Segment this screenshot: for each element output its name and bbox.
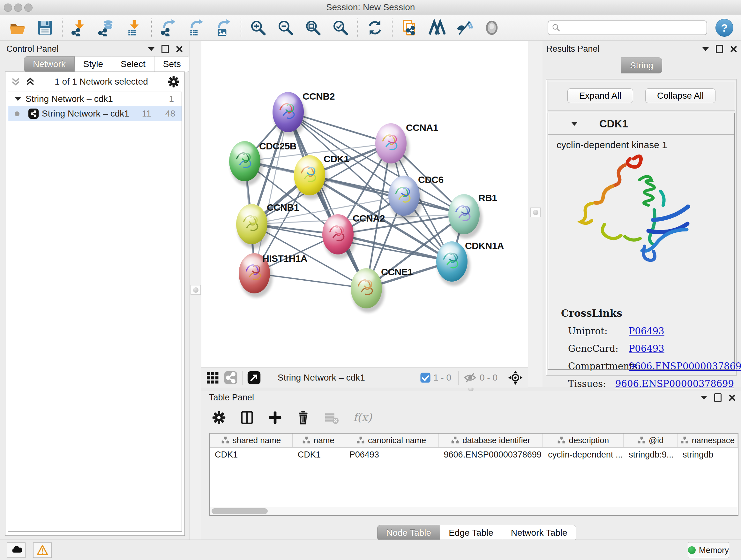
birdseye-crosshair-icon[interactable]	[508, 370, 523, 385]
tab-edge-table[interactable]: Edge Table	[440, 525, 502, 541]
export-network-icon[interactable]	[159, 18, 179, 38]
selected-checkbox-icon[interactable]	[420, 372, 431, 383]
new-network-from-selection-icon[interactable]	[400, 18, 419, 38]
crosslink-link[interactable]: 9606.ENSP00000378699	[615, 378, 734, 389]
panel-close-icon[interactable]	[730, 46, 737, 53]
export-table-icon[interactable]	[186, 18, 206, 38]
left-splitter-handle[interactable]	[191, 285, 201, 295]
string-style-icon[interactable]	[224, 371, 238, 385]
tab-style[interactable]: Style	[75, 56, 112, 72]
add-column-icon[interactable]	[267, 410, 283, 426]
export-image-icon[interactable]	[214, 18, 233, 38]
network-options-gear-icon[interactable]	[166, 75, 181, 89]
node-CDC25B[interactable]: CDC25B	[229, 141, 296, 186]
right-splitter[interactable]	[528, 41, 542, 387]
left-splitter[interactable]	[189, 41, 202, 540]
edge-CCNB2-HIST1H1A	[254, 112, 288, 273]
search-input[interactable]	[561, 23, 703, 33]
cell-database-identifier[interactable]: 9606.ENSP00000378699	[439, 450, 543, 460]
panel-float-icon[interactable]	[161, 45, 169, 53]
node-details-header[interactable]: CDK1	[548, 113, 734, 135]
cell-id[interactable]: stringdb:9...	[623, 450, 677, 460]
node-CDKN1A[interactable]: CDKN1A	[436, 240, 504, 286]
network-collection-row[interactable]: String Network – cdk1 1	[8, 92, 182, 106]
node-CCNB1[interactable]: CCNB1	[236, 202, 299, 248]
column-header-shared-name[interactable]: shared name	[210, 434, 293, 447]
column-header-canonical-name[interactable]: canonical name	[344, 434, 439, 447]
apply-function-icon[interactable]: f(x)	[351, 410, 376, 426]
delete-column-trash-icon[interactable]	[295, 410, 311, 426]
crosslink-link[interactable]: P06493	[629, 343, 664, 354]
column-header-namespace[interactable]: namespace	[677, 434, 738, 447]
collection-caret-icon[interactable]	[15, 97, 21, 101]
expand-all-button[interactable]: Expand All	[567, 88, 633, 103]
panel-float-icon[interactable]	[716, 45, 723, 53]
delete-table-icon[interactable]	[323, 410, 339, 426]
panel-menu-caret-icon[interactable]	[702, 47, 709, 51]
collapse-all-button[interactable]: Collapse All	[645, 88, 716, 103]
column-header-id[interactable]: @id	[623, 434, 677, 447]
node-table[interactable]: shared name name canonical name database…	[209, 433, 738, 516]
collapse-entry-caret-icon[interactable]	[571, 122, 578, 126]
table-settings-gear-icon[interactable]	[211, 410, 227, 426]
crosslink-link[interactable]: P06493	[629, 326, 664, 336]
cloud-icon[interactable]	[7, 543, 25, 558]
cell-description[interactable]: cyclin-dependent ...	[543, 450, 623, 460]
search-box[interactable]	[548, 20, 707, 35]
tab-sets[interactable]: Sets	[154, 56, 190, 72]
node-CDK1[interactable]: CDK1	[294, 153, 349, 199]
right-splitter-handle[interactable]	[530, 207, 541, 217]
tab-network-table[interactable]: Network Table	[502, 525, 576, 541]
import-table-from-file-icon[interactable]	[125, 18, 144, 38]
help-button[interactable]: ?	[716, 19, 733, 37]
network-view-canvas[interactable]: CCNB2 CCNA1 CDC25B CDK1 CDC6 RB1 CCNB1 C…	[201, 41, 528, 367]
scrollbar-thumb[interactable]	[212, 508, 268, 514]
graphics-detail-icon[interactable]	[427, 18, 447, 38]
import-network-from-file-icon[interactable]	[70, 18, 89, 38]
panel-menu-caret-icon[interactable]	[148, 47, 154, 51]
open-in-browser-icon[interactable]	[247, 371, 261, 385]
node-CCNE1[interactable]: CCNE1	[351, 266, 413, 313]
zoom-selected-icon[interactable]	[331, 18, 350, 38]
cell-name[interactable]: CDK1	[293, 450, 344, 460]
hide-graphics-details-icon[interactable]	[455, 18, 474, 38]
tab-select[interactable]: Select	[112, 56, 154, 72]
grid-view-icon[interactable]	[206, 371, 219, 384]
birdseye-view-icon[interactable]	[482, 18, 502, 38]
panel-menu-caret-icon[interactable]	[701, 396, 707, 400]
node-RB1[interactable]: RB1	[448, 192, 497, 239]
zoom-fit-icon[interactable]	[303, 18, 323, 38]
results-panel: Results Panel String Expand All Collapse…	[542, 41, 741, 387]
crosslink-link[interactable]: 9606.ENSP00000378699	[629, 361, 741, 372]
refresh-view-icon[interactable]	[365, 18, 385, 38]
save-session-icon[interactable]	[35, 18, 55, 38]
expand-all-networks-icon[interactable]	[24, 76, 36, 87]
table-horizontal-scrollbar[interactable]	[210, 507, 738, 515]
column-header-description[interactable]: description	[543, 434, 623, 447]
table-row[interactable]: CDK1CDK1P064939606.ENSP00000378699cyclin…	[210, 448, 738, 462]
import-network-from-database-icon[interactable]	[97, 18, 117, 38]
cell-canonical-name[interactable]: P06493	[344, 450, 439, 460]
node-CCNB2[interactable]: CCNB2	[273, 91, 335, 136]
zoom-in-icon[interactable]	[248, 18, 268, 38]
tab-network[interactable]: Network	[24, 56, 75, 72]
warnings-icon[interactable]	[33, 543, 52, 558]
network-row[interactable]: String Network – cdk1 11 48	[8, 106, 182, 121]
panel-float-icon[interactable]	[714, 393, 722, 402]
open-session-icon[interactable]	[8, 18, 27, 38]
tab-node-table[interactable]: Node Table	[377, 525, 440, 541]
tab-string[interactable]: String	[621, 57, 662, 73]
zoom-out-icon[interactable]	[276, 18, 295, 38]
cell-namespace[interactable]: stringdb	[677, 450, 738, 460]
panel-close-icon[interactable]	[176, 46, 183, 53]
panel-close-icon[interactable]	[729, 394, 736, 401]
node-CCNA1[interactable]: CCNA1	[375, 122, 438, 168]
column-header-database-identifier[interactable]: database identifier	[439, 434, 543, 447]
column-header-name[interactable]: name	[293, 434, 344, 447]
memory-button[interactable]: Memory	[688, 542, 729, 558]
network-view-title: String Network – cdk1	[278, 373, 365, 383]
cell-shared-name[interactable]: CDK1	[210, 450, 293, 460]
column-tree-icon	[680, 436, 689, 444]
collapse-all-networks-icon[interactable]	[10, 76, 21, 87]
show-columns-icon[interactable]	[239, 410, 255, 426]
